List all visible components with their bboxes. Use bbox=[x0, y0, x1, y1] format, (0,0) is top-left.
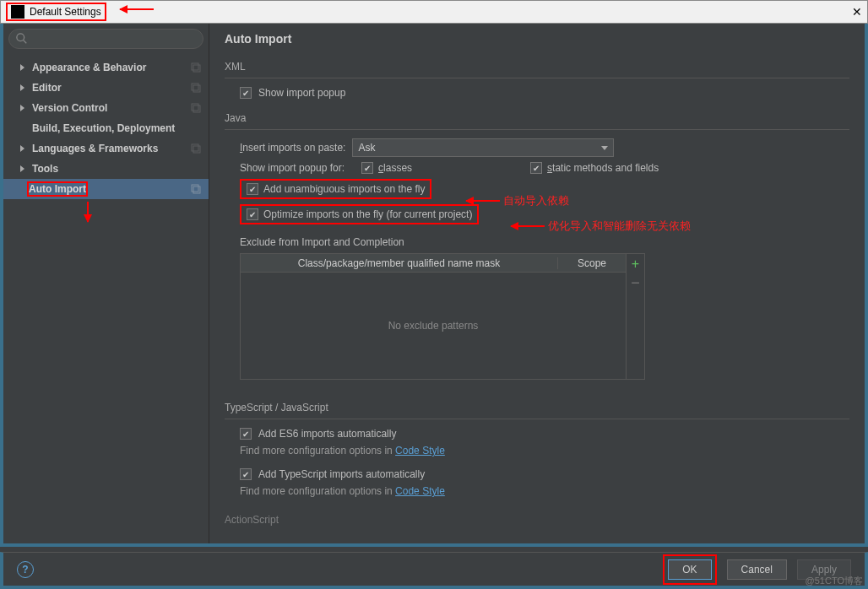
sidebar-item-build[interactable]: Build, Execution, Deployment bbox=[3, 118, 209, 138]
svg-point-0 bbox=[17, 34, 24, 41]
col-mask[interactable]: Class/package/member qualified name mask bbox=[241, 257, 558, 269]
svg-rect-9 bbox=[193, 146, 200, 153]
optimize-checkbox[interactable] bbox=[247, 208, 258, 220]
copy-icon bbox=[190, 183, 202, 195]
insert-imports-label: Insert imports on paste: bbox=[240, 142, 345, 154]
svg-rect-10 bbox=[192, 185, 198, 192]
classes-checkbox[interactable] bbox=[361, 162, 373, 174]
svg-rect-4 bbox=[192, 84, 198, 90]
window-title: Default Settings bbox=[30, 6, 101, 18]
java-section-label: Java bbox=[225, 112, 849, 124]
ts-imports-label: Add TypeScript imports automatically bbox=[258, 468, 425, 480]
search-icon bbox=[16, 33, 28, 45]
chevron-right-icon bbox=[19, 165, 27, 173]
unambiguous-checkbox[interactable] bbox=[247, 183, 258, 195]
content-panel: Auto Import XML Show import popup Java I… bbox=[209, 24, 865, 543]
show-popup-for-label: Show import popup for: bbox=[240, 162, 344, 174]
app-icon bbox=[11, 5, 24, 19]
ts-section-label: TypeScript / JavaScript bbox=[225, 402, 849, 413]
copy-icon bbox=[190, 143, 202, 154]
sidebar-item-vcs[interactable]: Version Control bbox=[3, 98, 209, 118]
sidebar-item-editor[interactable]: Editor bbox=[3, 78, 209, 98]
static-checkbox[interactable] bbox=[530, 162, 542, 174]
actionscript-label: ActionScript bbox=[225, 514, 849, 526]
es6-checkbox[interactable] bbox=[240, 428, 252, 440]
show-import-popup-label: Show import popup bbox=[258, 87, 345, 99]
show-import-popup-checkbox[interactable] bbox=[240, 87, 252, 99]
optimize-label: Optimize imports on the fly (for current… bbox=[263, 208, 472, 220]
svg-rect-2 bbox=[192, 63, 198, 70]
es6-label: Add ES6 imports automatically bbox=[258, 428, 396, 440]
search-input[interactable] bbox=[8, 29, 203, 49]
chevron-right-icon bbox=[19, 104, 27, 112]
svg-rect-8 bbox=[192, 144, 198, 151]
page-title: Auto Import bbox=[225, 32, 849, 46]
chevron-down-icon bbox=[601, 146, 608, 150]
sidebar-item-languages[interactable]: Languages & Frameworks bbox=[3, 138, 209, 159]
classes-label: classes bbox=[378, 162, 412, 174]
sidebar-item-auto-import[interactable]: Auto Import bbox=[3, 179, 209, 199]
svg-rect-5 bbox=[193, 85, 200, 92]
svg-rect-7 bbox=[193, 105, 200, 112]
titlebar: Default Settings ✕ bbox=[0, 0, 868, 24]
chevron-right-icon bbox=[19, 84, 27, 92]
svg-rect-6 bbox=[192, 104, 198, 111]
copy-icon bbox=[190, 102, 202, 114]
svg-rect-11 bbox=[193, 186, 200, 193]
button-bar: ? OK Cancel Apply bbox=[0, 552, 868, 589]
copy-icon bbox=[190, 82, 202, 94]
code-style-link-2[interactable]: Code Style bbox=[395, 485, 445, 497]
col-scope[interactable]: Scope bbox=[558, 257, 626, 269]
sidebar-item-tools[interactable]: Tools bbox=[3, 159, 209, 179]
ts-imports-checkbox[interactable] bbox=[240, 468, 252, 480]
svg-line-1 bbox=[24, 41, 27, 44]
close-icon[interactable]: ✕ bbox=[852, 5, 862, 19]
chevron-right-icon bbox=[19, 63, 27, 72]
static-label: static methods and fields bbox=[547, 162, 659, 174]
table-empty-text: No exclude patterns bbox=[241, 273, 626, 379]
watermark: @51CTO博客 bbox=[806, 575, 863, 587]
remove-button: − bbox=[627, 274, 644, 294]
code-style-link[interactable]: Code Style bbox=[395, 445, 445, 457]
copy-icon bbox=[190, 62, 202, 73]
unambiguous-label: Add unambiguous imports on the fly bbox=[263, 183, 425, 195]
xml-section-label: XML bbox=[225, 61, 849, 73]
ok-button[interactable]: OK bbox=[668, 559, 711, 580]
svg-rect-3 bbox=[193, 65, 200, 72]
exclude-table: Class/package/member qualified name mask… bbox=[240, 253, 645, 380]
insert-imports-select[interactable]: Ask bbox=[352, 138, 614, 157]
sidebar-item-appearance[interactable]: Appearance & Behavior bbox=[3, 57, 209, 78]
chevron-right-icon bbox=[19, 144, 27, 153]
cancel-button[interactable]: Cancel bbox=[727, 559, 787, 580]
exclude-label: Exclude from Import and Completion bbox=[240, 236, 849, 248]
add-button[interactable]: + bbox=[627, 254, 644, 274]
sidebar: Appearance & Behavior Editor Version Con… bbox=[3, 24, 209, 543]
help-button[interactable]: ? bbox=[17, 561, 34, 578]
settings-tree: Appearance & Behavior Editor Version Con… bbox=[3, 54, 209, 203]
